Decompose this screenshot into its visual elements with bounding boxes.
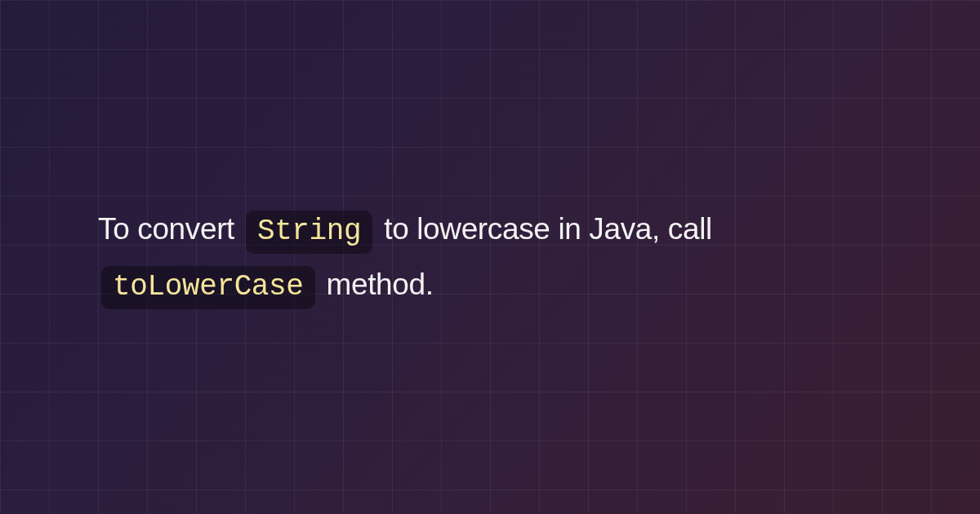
text-segment-2: to lowercase in Java, call — [376, 212, 712, 246]
text-segment-3: method. — [318, 268, 434, 301]
code-snippet-tolowercase: toLowerCase — [101, 266, 315, 309]
content-area: To convert String to lowercase in Java, … — [0, 0, 980, 514]
code-snippet-string: String — [246, 210, 372, 254]
text-segment-1: To convert — [98, 212, 243, 246]
description-text: To convert String to lowercase in Java, … — [98, 202, 882, 313]
